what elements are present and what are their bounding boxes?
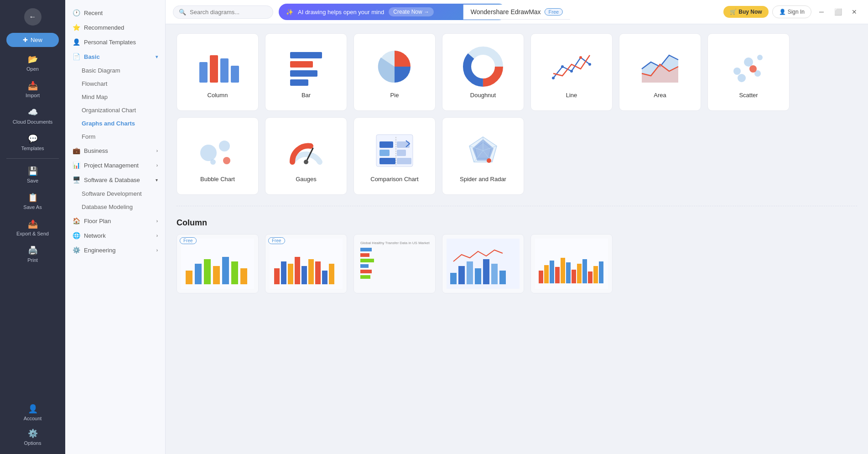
- sidebar-item-personal[interactable]: 👤 Personal Templates: [65, 35, 165, 49]
- chart-type-area[interactable]: Area: [619, 33, 701, 111]
- chart-type-comparison[interactable]: Comparison Chart: [353, 117, 436, 195]
- svg-rect-34: [379, 150, 390, 156]
- main-content: 🔍 ✨ AI drawing helps open your mind Crea…: [166, 0, 868, 454]
- nav-print[interactable]: 🖨️ Print: [0, 242, 65, 266]
- sidebar-item-basic[interactable]: 📄 Basic ▾: [65, 49, 165, 64]
- buy-now-button[interactable]: 🛒 Buy Now: [723, 6, 768, 18]
- svg-rect-88: [561, 258, 565, 283]
- basic-label: Basic: [84, 53, 100, 60]
- sidebar-item-business[interactable]: 💼 Business ›: [65, 143, 165, 158]
- svg-point-17: [588, 63, 591, 66]
- search-box[interactable]: 🔍: [173, 5, 273, 19]
- sidebar-sub-software-dev[interactable]: Software Development: [65, 187, 165, 200]
- svg-rect-53: [213, 266, 220, 284]
- nav-import[interactable]: 📥 Import: [0, 77, 65, 102]
- svg-rect-94: [593, 266, 598, 283]
- chart-type-spider[interactable]: Spider and Radar: [442, 117, 524, 195]
- svg-point-28: [223, 157, 230, 164]
- chart-type-bar[interactable]: Bar: [265, 33, 347, 111]
- search-input[interactable]: [190, 9, 267, 16]
- topbar: 🔍 ✨ AI drawing helps open your mind Crea…: [166, 0, 868, 24]
- engineering-label: Engineering: [84, 247, 115, 254]
- svg-point-14: [561, 65, 564, 68]
- sidebar-sub-org-chart[interactable]: Organizational Chart: [65, 104, 165, 117]
- maximize-button[interactable]: ⬜: [832, 5, 844, 18]
- sidebar-sub-graphs-charts[interactable]: Graphs and Charts: [65, 117, 165, 130]
- chart-type-scatter[interactable]: Scatter: [707, 33, 790, 111]
- sign-in-button[interactable]: 👤 Sign In: [772, 5, 811, 18]
- sidebar-item-software-db[interactable]: 🖥️ Software & Database ▾: [65, 172, 165, 187]
- pie-chart-icon: [372, 46, 417, 87]
- template-card-4[interactable]: [442, 234, 524, 293]
- close-button[interactable]: ✕: [848, 5, 861, 18]
- sidebar-sub-db-modeling[interactable]: Database Modeling: [65, 200, 165, 214]
- sign-in-label: Sign In: [788, 9, 805, 15]
- nav-templates[interactable]: 💬 Templates: [0, 130, 65, 155]
- svg-point-23: [738, 74, 746, 82]
- svg-rect-63: [308, 259, 314, 284]
- graphs-charts-label: Graphs and Charts: [82, 120, 135, 127]
- account-label: Account: [24, 416, 42, 421]
- template-card-3[interactable]: Global Healthy Transfer Data in US Marke…: [353, 234, 436, 293]
- scatter-chart-icon: [726, 46, 771, 87]
- sidebar-item-engineering[interactable]: ⚙️ Engineering ›: [65, 243, 165, 257]
- nav-save-as[interactable]: 📋 Save As: [0, 189, 65, 214]
- chart-type-doughnut[interactable]: Doughnut: [442, 33, 524, 111]
- svg-rect-65: [322, 271, 327, 284]
- chart-type-line[interactable]: Line: [530, 33, 613, 111]
- svg-rect-74: [360, 275, 370, 279]
- nav-save[interactable]: 💾 Save: [0, 162, 65, 187]
- sidebar-item-network[interactable]: 🌐 Network ›: [65, 228, 165, 243]
- business-label: Business: [84, 147, 108, 154]
- sidebar-item-project-mgmt[interactable]: 📊 Project Management ›: [65, 158, 165, 172]
- templates-label: Templates: [21, 146, 44, 151]
- sidebar-item-floor-plan[interactable]: 🏠 Floor Plan ›: [65, 214, 165, 228]
- business-icon: 💼: [73, 147, 80, 154]
- sidebar-sub-basic-diagram[interactable]: Basic Diagram: [65, 64, 165, 77]
- svg-rect-76: [450, 273, 457, 284]
- svg-rect-81: [491, 264, 498, 284]
- chart-type-pie[interactable]: Pie: [353, 33, 436, 111]
- template-card-2[interactable]: Free: [265, 234, 347, 293]
- svg-rect-86: [550, 261, 554, 283]
- chevron-right-icon4: ›: [156, 233, 158, 238]
- mind-map-label: Mind Map: [82, 94, 108, 100]
- pie-chart-label: Pie: [390, 92, 399, 99]
- engineering-icon: ⚙️: [73, 246, 80, 254]
- svg-rect-50: [186, 271, 192, 284]
- svg-rect-38: [397, 158, 411, 164]
- topbar-right: 🛒 Buy Now 👤 Sign In ─ ⬜ ✕: [723, 5, 861, 18]
- svg-rect-91: [577, 264, 582, 283]
- nav-account[interactable]: 👤 Account: [22, 400, 44, 425]
- nav-open[interactable]: 📂 Open: [0, 51, 65, 75]
- svg-point-26: [200, 145, 217, 161]
- create-now-button[interactable]: Create Now →: [389, 7, 434, 16]
- nav-cloud[interactable]: ☁️ Cloud Documents: [0, 104, 65, 128]
- sidebar-item-recent[interactable]: 🕐 Recent: [65, 5, 165, 20]
- svg-point-48: [487, 158, 491, 163]
- sidebar-sub-flowchart[interactable]: Flowchart: [65, 77, 165, 90]
- svg-rect-80: [483, 259, 489, 284]
- chart-type-column[interactable]: Column: [177, 33, 259, 111]
- sidebar-sub-mind-map[interactable]: Mind Map: [65, 90, 165, 104]
- sidebar-item-recommended[interactable]: ⭐ Recommended: [65, 20, 165, 35]
- form-label: Form: [82, 133, 95, 140]
- minimize-button[interactable]: ─: [815, 5, 828, 18]
- svg-rect-84: [539, 271, 543, 283]
- export-label: Export & Send: [16, 231, 49, 236]
- svg-point-27: [219, 141, 230, 151]
- svg-rect-52: [204, 259, 211, 284]
- chart-type-gauges[interactable]: Gauges: [265, 117, 347, 195]
- nav-new[interactable]: ✚ New: [6, 33, 58, 47]
- chart-type-bubble[interactable]: Bubble Chart: [177, 117, 259, 195]
- nav-export[interactable]: 📤 Export & Send: [0, 215, 65, 240]
- template-card-1[interactable]: Free: [177, 234, 259, 293]
- template-card-5[interactable]: [530, 234, 613, 293]
- svg-rect-35: [379, 158, 395, 164]
- svg-rect-71: [360, 259, 374, 262]
- nav-options[interactable]: ⚙️ Options: [22, 425, 44, 449]
- back-button[interactable]: ←: [24, 8, 42, 26]
- sidebar-sub-form[interactable]: Form: [65, 130, 165, 143]
- svg-point-12: [475, 58, 491, 75]
- personal-icon: 👤: [73, 38, 80, 46]
